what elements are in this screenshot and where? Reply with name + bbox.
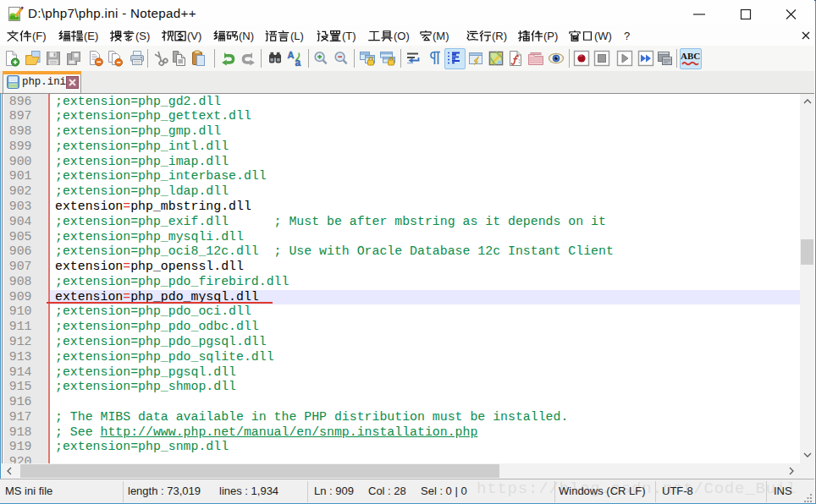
svg-text:A: A (287, 50, 294, 60)
svg-text:a: a (295, 57, 300, 68)
